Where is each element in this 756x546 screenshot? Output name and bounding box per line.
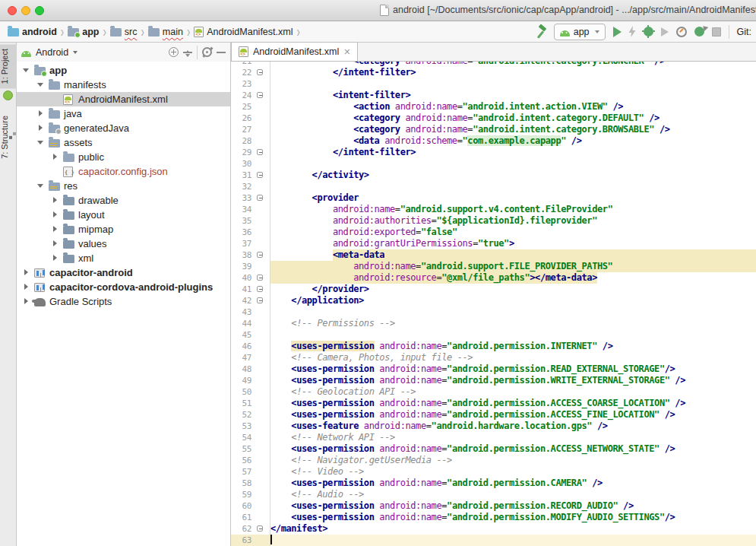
code-line[interactable]: 51 <uses-permission android:name="androi…: [231, 398, 756, 409]
code-line[interactable]: 47 <!-- Camera, Photos, input file -->: [231, 352, 756, 363]
code-line[interactable]: 48 <uses-permission android:name="androi…: [231, 363, 756, 375]
chevron-collapsed-icon[interactable]: [21, 268, 31, 278]
run-button[interactable]: [613, 27, 622, 37]
code-line[interactable]: 25 <action android:name="android.intent.…: [231, 101, 756, 113]
line-number[interactable]: 35: [231, 215, 254, 227]
tree-item-mipmap[interactable]: mipmap: [17, 222, 230, 236]
tree-item-capacitor-config-json[interactable]: capacitor.config.json: [17, 164, 230, 179]
line-number[interactable]: 57: [231, 466, 254, 478]
fold-start-icon[interactable]: [257, 92, 263, 98]
chevron-collapsed-icon[interactable]: [50, 239, 60, 249]
breadcrumb-item-app[interactable]: app: [66, 27, 100, 37]
chevron-collapsed-icon[interactable]: [50, 195, 60, 205]
code-line[interactable]: 41 </provider>: [231, 284, 756, 295]
fold-start-icon[interactable]: [257, 252, 263, 258]
code-line[interactable]: 53 <uses-feature android:name="android.h…: [231, 421, 756, 432]
line-number[interactable]: 43: [231, 306, 254, 318]
settings-gear-icon[interactable]: [202, 47, 212, 57]
line-number[interactable]: 25: [231, 101, 254, 113]
line-number[interactable]: 36: [231, 227, 254, 238]
build-hammer-icon[interactable]: [534, 26, 546, 38]
line-number[interactable]: 37: [231, 238, 254, 249]
code-line[interactable]: 22 </intent-filter>: [231, 67, 756, 78]
code-line[interactable]: 63: [231, 535, 756, 546]
line-number[interactable]: 23: [231, 78, 254, 90]
line-number[interactable]: 63: [231, 535, 254, 546]
line-number[interactable]: 61: [231, 512, 254, 523]
code-line[interactable]: 62</manifest>: [231, 523, 756, 535]
line-number[interactable]: 58: [231, 478, 254, 489]
chevron-expanded-icon[interactable]: [36, 80, 46, 90]
fold-end-icon[interactable]: [257, 69, 263, 75]
project-view-selector[interactable]: Android: [36, 47, 68, 58]
line-number[interactable]: 31: [231, 170, 254, 181]
code-line[interactable]: 31 </activity>: [231, 170, 756, 181]
window-minimize-button[interactable]: [21, 6, 30, 15]
breadcrumb-item-androidmanifest-xml[interactable]: AndroidManifest.xml: [192, 27, 294, 37]
line-number[interactable]: 29: [231, 147, 254, 158]
line-number[interactable]: 54: [231, 432, 254, 443]
tree-item-gradle-scripts[interactable]: Gradle Scripts: [17, 294, 230, 309]
code-line[interactable]: 61 <uses-permission android:name="androi…: [231, 512, 756, 523]
code-line[interactable]: 43: [231, 306, 756, 318]
line-number[interactable]: 40: [231, 272, 254, 284]
window-close-button[interactable]: [8, 6, 17, 15]
code-line[interactable]: 27 <category android:name="android.inten…: [231, 124, 756, 135]
tree-item-java[interactable]: java: [17, 106, 230, 121]
chevron-collapsed-icon[interactable]: [36, 109, 46, 119]
chevron-expanded-icon[interactable]: [36, 181, 46, 191]
line-number[interactable]: 21: [231, 62, 254, 67]
line-number[interactable]: 22: [231, 67, 254, 78]
code-line[interactable]: 49 <uses-permission android:name="androi…: [231, 375, 756, 386]
code-line[interactable]: 55 <uses-permission android:name="androi…: [231, 443, 756, 455]
tree-item-xml[interactable]: xml: [17, 251, 230, 265]
code-editor[interactable]: 21 <category android:name="android.inten…: [231, 62, 756, 546]
line-number[interactable]: 42: [231, 295, 254, 306]
line-number[interactable]: 59: [231, 489, 254, 500]
code-line[interactable]: 29 </intent-filter>: [231, 147, 756, 158]
debug-button[interactable]: [644, 27, 653, 37]
line-number[interactable]: 48: [231, 363, 254, 375]
run-config-select[interactable]: app: [554, 24, 606, 40]
tree-item-layout[interactable]: layout: [17, 208, 230, 222]
fold-end-icon[interactable]: [257, 525, 263, 532]
code-line[interactable]: 58 <uses-permission android:name="androi…: [231, 478, 756, 489]
code-line[interactable]: 40 android:resource="@xml/file_paths"></…: [231, 272, 756, 284]
close-icon[interactable]: ✕: [343, 48, 350, 56]
tree-item-assets[interactable]: assets: [17, 135, 230, 150]
line-number[interactable]: 52: [231, 409, 254, 421]
line-number[interactable]: 55: [231, 443, 254, 455]
code-line[interactable]: 57 <!-- Video -->: [231, 466, 756, 478]
chevron-collapsed-icon[interactable]: [50, 253, 60, 263]
line-number[interactable]: 44: [231, 318, 254, 329]
chevron-down-icon[interactable]: [73, 51, 77, 54]
code-line[interactable]: 26 <category android:name="android.inten…: [231, 113, 756, 124]
line-number[interactable]: 26: [231, 113, 254, 124]
tree-item-drawable[interactable]: drawable: [17, 193, 230, 208]
line-number[interactable]: 50: [231, 386, 254, 398]
editor-tab-androidmanifest[interactable]: AndroidManifest.xml ✕: [231, 42, 358, 61]
tree-item-capacitor-cordova-android-plugins[interactable]: capacitor-cordova-android-plugins: [17, 280, 230, 294]
code-line[interactable]: 34 android:name="android.support.v4.cont…: [231, 204, 756, 215]
code-line[interactable]: 33 <provider: [231, 192, 756, 204]
line-number[interactable]: 33: [231, 192, 254, 204]
line-number[interactable]: 60: [231, 500, 254, 512]
code-line[interactable]: 60 <uses-permission android:name="androi…: [231, 500, 756, 512]
fold-end-icon[interactable]: [257, 149, 263, 155]
line-number[interactable]: 39: [231, 261, 254, 272]
code-line[interactable]: 59 <!-- Audio -->: [231, 489, 756, 500]
attach-debugger-icon[interactable]: [694, 27, 704, 37]
window-zoom-button[interactable]: [35, 6, 44, 15]
line-number[interactable]: 32: [231, 181, 254, 192]
line-number[interactable]: 34: [231, 204, 254, 215]
breadcrumb-item-src[interactable]: src: [109, 27, 139, 37]
code-line[interactable]: 30: [231, 158, 756, 170]
line-number[interactable]: 53: [231, 421, 254, 432]
line-number[interactable]: 62: [231, 523, 254, 535]
code-line[interactable]: 37 android:grantUriPermissions="true">: [231, 238, 756, 249]
breadcrumb-item-android[interactable]: android: [6, 27, 59, 37]
code-line[interactable]: 35 android:authorities="${applicationId}…: [231, 215, 756, 227]
tree-item-androidmanifest-xml[interactable]: AndroidManifest.xml: [17, 92, 230, 106]
fold-start-icon[interactable]: [257, 195, 263, 201]
tree-item-manifests[interactable]: manifests: [17, 78, 230, 92]
